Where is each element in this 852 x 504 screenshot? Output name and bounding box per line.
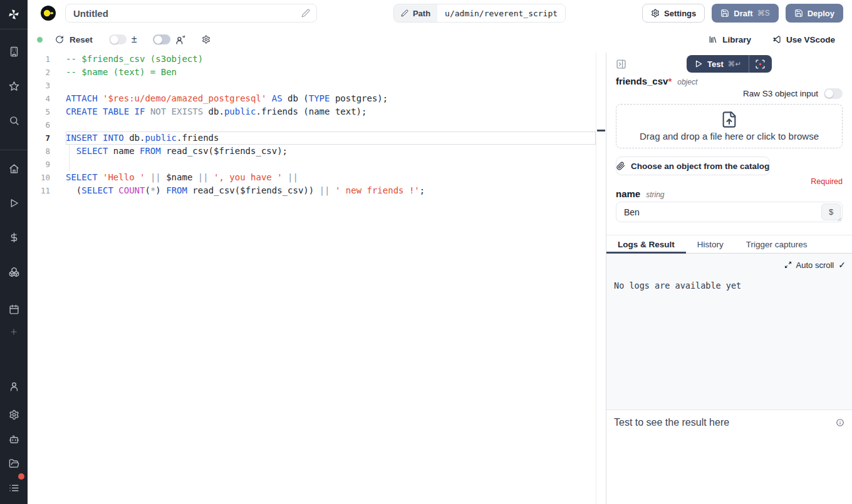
code-line[interactable]: 11 (SELECT COUNT(*) FROM read_csv($frien… xyxy=(28,184,596,197)
top-bar: Untitled Path u/admin/reverent_script Se… xyxy=(28,0,852,26)
search-icon xyxy=(9,115,19,126)
sidebar-item-runs[interactable] xyxy=(0,192,28,214)
code-line[interactable]: 3 xyxy=(28,79,596,92)
reset-button[interactable]: Reset xyxy=(55,35,93,44)
code-line[interactable]: 8 SELECT name FROM read_csv($friends_csv… xyxy=(28,145,596,158)
path-label: Path xyxy=(413,9,430,18)
deploy-button[interactable]: Deploy xyxy=(786,4,843,23)
tab-logs-result[interactable]: Logs & Result xyxy=(606,235,686,253)
reset-label: Reset xyxy=(70,35,93,44)
choose-object-label: Choose an object from the catalog xyxy=(631,162,769,171)
path-editor[interactable]: Path u/admin/reverent_script xyxy=(393,4,566,23)
capture-test-button[interactable] xyxy=(749,55,772,73)
user-icon xyxy=(9,381,19,392)
dropzone-text: Drag and drop a file here or click to br… xyxy=(640,131,819,141)
name-value-input[interactable] xyxy=(616,202,843,222)
building-icon xyxy=(9,46,19,57)
code-line[interactable]: 2-- $name (text) = Ben xyxy=(28,66,596,79)
path-value[interactable]: u/admin/reverent_script xyxy=(437,4,565,22)
sidebar-item-resources[interactable] xyxy=(0,260,28,283)
edit-title-pencil-icon[interactable] xyxy=(301,9,310,18)
editor-settings-gear-icon[interactable] xyxy=(202,35,210,44)
scrollbar-cursor-mark xyxy=(597,130,605,131)
tab-history[interactable]: History xyxy=(686,235,735,253)
script-title: Untitled xyxy=(73,8,108,19)
pencil-icon xyxy=(401,9,408,17)
sidebar-item-variables[interactable] xyxy=(0,226,28,249)
diff-toggle[interactable] xyxy=(109,34,127,44)
sidebar-item-folders[interactable] xyxy=(0,452,28,475)
gear-icon xyxy=(651,9,660,18)
logs-panel: Auto scroll ✓ No logs are available yet xyxy=(606,254,852,409)
code-line[interactable]: 6 xyxy=(28,118,596,131)
arg-friends-csv-header: friends_csv* object xyxy=(616,76,843,86)
code-lines[interactable]: 1-- $friends_csv (s3object)2-- $name (te… xyxy=(28,53,596,197)
draft-button[interactable]: Draft ⌘S xyxy=(712,4,778,23)
info-icon[interactable] xyxy=(836,418,844,427)
test-label: Test xyxy=(707,59,724,69)
multiplayer-toggle[interactable] xyxy=(153,34,170,44)
scan-target-icon xyxy=(755,59,766,69)
folder-open-icon xyxy=(9,458,19,469)
calendar-icon xyxy=(9,304,19,315)
check-icon[interactable]: ✓ xyxy=(838,260,846,270)
save-icon xyxy=(794,9,803,18)
dollar-icon xyxy=(9,232,19,243)
code-line[interactable]: 1-- $friends_csv (s3object) xyxy=(28,53,596,66)
duckdb-language-icon xyxy=(41,6,56,21)
code-editor[interactable]: 1-- $friends_csv (s3object)2-- $name (te… xyxy=(28,53,596,504)
windmill-logo-icon[interactable] xyxy=(0,0,28,29)
robot-icon xyxy=(9,434,19,445)
file-dropzone[interactable]: Drag and drop a file here or click to br… xyxy=(616,104,843,148)
plus-icon xyxy=(9,327,18,336)
sidebar-item-add[interactable] xyxy=(0,321,28,343)
script-title-input[interactable]: Untitled xyxy=(65,4,317,23)
right-panel: Test ⌘↵ friends_csv* object xyxy=(606,53,852,504)
choose-object-button[interactable]: Choose an object from the catalog xyxy=(616,157,770,175)
sidebar-item-home[interactable] xyxy=(0,157,28,180)
left-sidebar xyxy=(0,0,28,504)
code-line[interactable]: 4ATTACH '$res:u/demo/amazed_postgresql' … xyxy=(28,92,596,105)
sidebar-item-favorites[interactable] xyxy=(0,75,28,97)
use-vscode-button[interactable]: Use VScode xyxy=(772,35,835,44)
arg-name: friends_csv xyxy=(616,76,668,86)
library-button[interactable]: Library xyxy=(709,35,751,44)
sidebar-divider xyxy=(0,29,28,29)
vscode-label: Use VScode xyxy=(786,35,835,44)
collapse-panel-icon[interactable] xyxy=(616,59,626,69)
arg-type: string xyxy=(646,190,664,199)
expand-icon[interactable] xyxy=(784,261,792,269)
notification-dot xyxy=(18,473,24,480)
sidebar-item-assistant[interactable] xyxy=(0,428,28,450)
tab-trigger-captures[interactable]: Trigger captures xyxy=(735,235,819,253)
arg-name: name xyxy=(616,188,640,199)
boxes-icon xyxy=(9,267,19,277)
draft-label: Draft xyxy=(734,9,752,18)
test-button[interactable]: Test ⌘↵ xyxy=(687,55,749,73)
code-line[interactable]: 7INSERT INTO db.public.friends xyxy=(28,131,596,145)
status-dot xyxy=(37,37,43,43)
sidebar-item-workspace[interactable] xyxy=(0,40,28,63)
raw-s3-toggle[interactable] xyxy=(824,88,843,99)
logs-empty-message: No logs are available yet xyxy=(614,280,846,291)
code-line[interactable]: 10SELECT 'Hello ' || $name || ', you hav… xyxy=(28,171,596,184)
path-button[interactable]: Path xyxy=(394,4,437,22)
plus-minus-icon[interactable]: ± xyxy=(132,34,137,44)
file-upload-icon xyxy=(720,111,738,128)
sidebar-item-changelog[interactable] xyxy=(0,476,28,499)
settings-button[interactable]: Settings xyxy=(642,4,705,23)
result-placeholder: Test to see the result here xyxy=(614,417,729,428)
sidebar-divider xyxy=(0,150,28,150)
sidebar-item-account[interactable] xyxy=(0,379,28,401)
sidebar-item-search[interactable] xyxy=(0,109,28,131)
code-line[interactable]: 9 xyxy=(28,158,596,171)
sidebar-item-schedules[interactable] xyxy=(0,298,28,321)
sidebar-item-settings[interactable] xyxy=(0,403,28,426)
code-line[interactable]: 5CREATE TABLE IF NOT EXISTS db.public.fr… xyxy=(28,105,596,118)
required-hint: Required xyxy=(616,177,843,186)
users-icon[interactable] xyxy=(175,34,186,45)
editor-scrollbar[interactable] xyxy=(596,53,606,504)
play-icon xyxy=(9,198,19,208)
resize-handle-icon[interactable] xyxy=(834,214,842,222)
autoscroll-control[interactable]: Auto scroll ✓ xyxy=(613,260,846,270)
